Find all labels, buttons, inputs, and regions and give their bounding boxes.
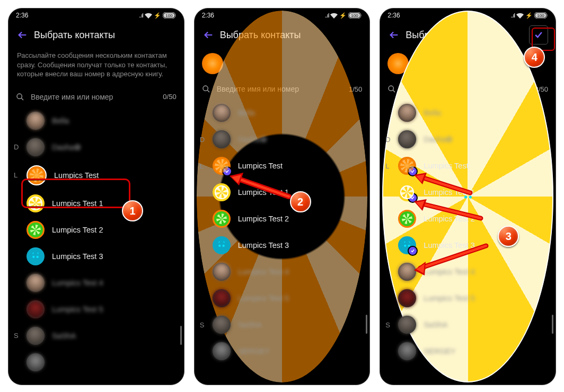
scroll-indicator [180, 326, 182, 345]
contact-row[interactable]: D Dasha✿ [8, 134, 184, 161]
contact-row[interactable]: Lumpics Test 5 [195, 285, 370, 311]
contact-name: Lumpics Test 5 [424, 294, 474, 302]
contact-row[interactable]: S SaShA [380, 311, 556, 338]
section-letter: D [14, 143, 19, 151]
svg-text:100: 100 [165, 13, 173, 18]
contact-name: Lumpics Test 4 [238, 268, 289, 276]
svg-text:100: 100 [351, 13, 359, 18]
vibrate-icon: ⚡ [339, 12, 347, 19]
wifi-icon [145, 13, 152, 19]
contact-avatar [398, 104, 416, 122]
contact-row[interactable]: Bella [195, 100, 370, 126]
contact-row[interactable]: Lumpics Test 3 [380, 232, 556, 259]
back-button[interactable] [199, 25, 218, 44]
contact-row[interactable]: SERGEY [195, 338, 370, 364]
contact-row[interactable]: Lumpics Test 5 [8, 296, 184, 323]
contact-row[interactable]: Lumpics Test 4 [380, 259, 556, 285]
vibrate-icon: ⚡ [154, 12, 161, 19]
contact-name: Lumpics Test 4 [52, 279, 103, 287]
contact-row-lumpics[interactable]: L Lumpics Test [195, 153, 370, 179]
contact-avatar [213, 210, 231, 228]
status-icons: ..ıl ⚡ 100 [139, 12, 177, 19]
contact-row[interactable]: Lumpics Test 4 [8, 270, 184, 296]
contact-name: Lumpics Test 1 [238, 188, 289, 197]
contact-avatar [213, 130, 231, 148]
contact-list[interactable]: Bella D Dasha✿ L Lumpics Test Lumpics Te… [195, 100, 370, 364]
contact-avatar [398, 130, 416, 148]
signal-icon: ..ıl [325, 12, 329, 19]
contact-row[interactable]: Lumpics Test 1 [380, 179, 556, 206]
broadcast-info-text: Рассылайте сообщения нескольким контакта… [8, 48, 184, 86]
contact-name: Lumpics Test [238, 162, 283, 170]
contact-row[interactable]: Lumpics Test 5 [380, 285, 556, 311]
contact-name: Lumpics Test [424, 162, 468, 170]
contact-name: Lumpics Test 3 [424, 241, 474, 250]
contact-row[interactable]: S SaShA [8, 323, 184, 349]
contact-row[interactable]: Lumpics Test 2 [195, 206, 370, 232]
contact-list[interactable]: Bella D Dasha✿ L Lumpics Test Lumpics Te… [8, 108, 184, 376]
status-time: 2:36 [202, 12, 214, 19]
section-letter: L [200, 162, 204, 170]
contact-avatar [27, 327, 45, 345]
contact-avatar [213, 104, 231, 122]
contact-row[interactable]: Lumpics Test 4 [195, 259, 370, 285]
contact-avatar [213, 289, 231, 307]
contact-name: SaShA [424, 320, 447, 329]
contact-name: Lumpics Test 4 [424, 268, 474, 276]
phone-screenshot-1: 2:36 ..ıl ⚡ 100 Выбрать контакты Рассыла… [8, 8, 184, 385]
contact-name: Lumpics Test 1 [52, 199, 103, 208]
contact-row[interactable]: Lumpics Test 3 [195, 232, 370, 259]
contact-row[interactable]: Lumpics Test 2 [380, 206, 556, 232]
contact-avatar [213, 236, 231, 254]
contact-row[interactable]: SERGEY [380, 338, 556, 364]
app-header: Выбрать контакты [8, 22, 184, 48]
contact-row[interactable]: Lumpics Test 3 [8, 243, 184, 270]
svg-point-5 [37, 255, 39, 257]
svg-point-9 [203, 86, 208, 91]
selected-check-icon [222, 166, 232, 176]
contact-name: Dasha✿ [52, 143, 81, 152]
selected-chip[interactable] [202, 53, 223, 74]
battery-icon: 100 [348, 12, 362, 19]
signal-icon: ..ıl [139, 12, 143, 19]
contact-row[interactable]: Lumpics Test 1 [195, 179, 370, 206]
section-letter: S [200, 321, 205, 329]
contact-name: SERGEY [238, 347, 270, 355]
contact-avatar [27, 247, 45, 265]
section-letter: S [385, 321, 390, 329]
contact-name: Lumpics Test 2 [52, 226, 103, 234]
contact-avatar [398, 210, 416, 228]
contact-row-lumpics[interactable]: L Lumpics Test [380, 153, 556, 179]
contact-list[interactable]: Bella D Dasha✿ L Lumpics Test Lumpics Te… [380, 100, 556, 364]
contact-row-lumpics[interactable]: L Lumpics Test [8, 161, 184, 190]
svg-point-11 [222, 245, 224, 247]
back-button[interactable] [13, 25, 32, 44]
contact-row[interactable]: Lumpics Test 2 [8, 217, 184, 243]
section-letter: L [385, 162, 389, 170]
contact-row[interactable]: S SaShA [195, 311, 370, 338]
contact-avatar [213, 263, 231, 281]
selected-check-icon [408, 246, 418, 256]
contact-avatar [213, 183, 231, 201]
contact-avatar [27, 221, 45, 239]
selected-check-icon [408, 193, 418, 203]
search-bar[interactable]: Введите имя или номер 0/50 [8, 86, 184, 108]
contact-avatar [398, 263, 416, 281]
selected-chip[interactable] [438, 53, 460, 74]
contact-row[interactable]: Bella [380, 100, 556, 126]
contact-row[interactable] [8, 349, 184, 376]
contact-avatar [27, 112, 45, 130]
contact-row[interactable]: Bella [8, 108, 184, 134]
contact-name: Lumpics Test 2 [424, 215, 474, 223]
contact-avatar [27, 194, 45, 212]
contact-name: Lumpics Test 5 [52, 305, 103, 314]
contact-avatar [27, 165, 47, 185]
contact-name: SaShA [238, 320, 262, 329]
contact-row[interactable]: D Dasha✿ [195, 126, 370, 153]
annotation-callout-1: 1 [122, 200, 143, 221]
contact-row[interactable]: Lumpics Test 1 [8, 190, 184, 217]
contact-row[interactable]: D Dasha✿ [380, 126, 556, 153]
contact-avatar [27, 138, 45, 156]
section-letter: D [200, 136, 205, 144]
contact-name: SaShA [52, 332, 76, 340]
